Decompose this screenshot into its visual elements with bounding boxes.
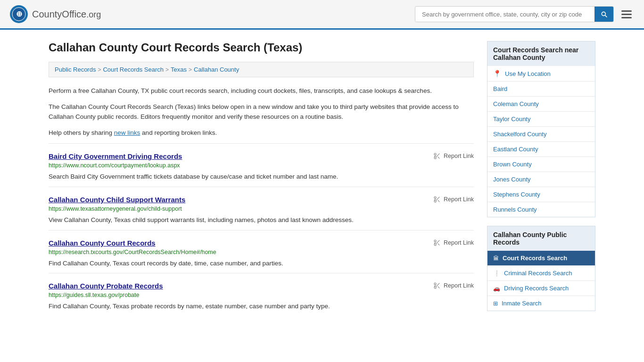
sidebar-public-records-title: Callahan County Public Records	[487, 226, 595, 251]
sidebar-inmate-search-item[interactable]: ⊞ Inmate Search	[487, 296, 595, 311]
sidebar-nearby-list: 📍 Use My Location Baird Coleman County T…	[487, 66, 595, 217]
result-item: Baird City Government Driving Records Re…	[49, 143, 474, 187]
breadcrumb-link-texas[interactable]: Texas	[171, 66, 187, 73]
sidebar-nearby-title: Court Records Search near Callahan Count…	[487, 41, 595, 66]
report-link-button[interactable]: Report Link	[433, 282, 474, 289]
new-links-link[interactable]: new links	[114, 129, 140, 136]
report-link-label: Report Link	[444, 196, 474, 203]
result-url: https://research.txcourts.gov/CourtRecor…	[49, 249, 474, 255]
content-area: Callahan County Court Records Search (Te…	[49, 41, 474, 316]
sidebar-link-stephens[interactable]: Stephens County	[493, 191, 540, 198]
svg-line-6	[438, 157, 440, 159]
result-item: Callahan County Probate Records Report L…	[49, 273, 474, 316]
svg-point-8	[434, 197, 436, 198]
description-p2: The Callahan County Court Records Search…	[49, 102, 474, 122]
results-list: Baird City Government Driving Records Re…	[49, 143, 474, 316]
sidebar-item-coleman[interactable]: Coleman County	[487, 97, 595, 112]
result-title[interactable]: Callahan County Court Records	[49, 239, 156, 247]
menu-line	[621, 17, 632, 18]
menu-button[interactable]	[619, 8, 635, 21]
result-title[interactable]: Callahan County Probate Records	[49, 282, 163, 290]
sidebar-link-baird[interactable]: Baird	[493, 85, 507, 92]
logo-name: CountyOffice.org	[32, 9, 101, 20]
header: ⊕ CountyOffice.org	[0, 0, 644, 30]
sidebar-item-baird[interactable]: Baird	[487, 82, 595, 97]
search-input[interactable]	[415, 7, 594, 22]
search-icon	[600, 10, 608, 18]
use-location-link[interactable]: Use My Location	[505, 70, 551, 77]
sidebar-criminal-records-item[interactable]: ❕ Criminal Records Search	[487, 266, 595, 281]
description-p1: Perform a free Callahan County, TX publi…	[49, 86, 474, 96]
sidebar-link-eastland[interactable]: Eastland County	[493, 146, 538, 153]
result-url: https://www.ncourt.com/courtpayment/look…	[49, 162, 474, 169]
sidebar-link-shackelford[interactable]: Shackelford County	[493, 131, 546, 138]
sidebar-link-coleman[interactable]: Coleman County	[493, 100, 539, 107]
building-icon: 🏛	[493, 255, 499, 262]
court-records-link[interactable]: Court Records Search	[503, 255, 567, 262]
sidebar-item-jones[interactable]: Jones County	[487, 172, 595, 187]
exclamation-icon: ❕	[493, 270, 500, 277]
scissors-icon	[433, 152, 441, 160]
svg-text:⊕: ⊕	[16, 10, 22, 18]
breadcrumb-link-callahan[interactable]: Callahan County	[194, 66, 239, 73]
sidebar-item-stephens[interactable]: Stephens County	[487, 187, 595, 202]
logo-area: ⊕ CountyOffice.org	[9, 5, 101, 24]
sidebar-link-taylor[interactable]: Taylor County	[493, 115, 530, 123]
description-p3-post: and reporting broken links.	[140, 129, 217, 136]
page-title: Callahan County Court Records Search (Te…	[49, 41, 474, 54]
sidebar-driving-records-item[interactable]: 🚗 Driving Records Search	[487, 281, 595, 296]
logo-suffix: .org	[86, 10, 101, 19]
sidebar-use-location[interactable]: 📍 Use My Location	[487, 66, 595, 82]
result-item: Callahan County Court Records Report Lin…	[49, 230, 474, 273]
breadcrumb-link-court-records[interactable]: Court Records Search	[103, 66, 164, 73]
pin-icon: 📍	[493, 70, 501, 77]
svg-point-19	[434, 287, 436, 288]
result-header: Baird City Government Driving Records Re…	[49, 152, 474, 160]
sidebar-item-runnels[interactable]: Runnels County	[487, 202, 595, 217]
breadcrumb-link-public-records[interactable]: Public Records	[55, 66, 96, 73]
driving-records-link[interactable]: Driving Records Search	[504, 285, 569, 292]
sidebar-court-records-item[interactable]: 🏛 Court Records Search	[487, 251, 595, 266]
svg-line-16	[438, 243, 440, 245]
result-title[interactable]: Baird City Government Driving Records	[49, 152, 182, 160]
header-right	[415, 6, 635, 22]
report-link-button[interactable]: Report Link	[433, 239, 474, 247]
svg-point-3	[434, 153, 436, 155]
search-bar	[415, 6, 614, 22]
sidebar-link-runnels[interactable]: Runnels County	[493, 206, 537, 213]
breadcrumb-sep: >	[165, 66, 169, 73]
report-link-button[interactable]: Report Link	[433, 152, 474, 160]
svg-point-4	[434, 157, 436, 159]
description-p3: Help others by sharing new links and rep…	[49, 128, 474, 138]
report-link-button[interactable]: Report Link	[433, 196, 474, 203]
svg-line-21	[438, 287, 440, 288]
criminal-records-link[interactable]: Criminal Records Search	[504, 270, 572, 277]
svg-line-11	[438, 200, 440, 202]
result-url: https://guides.sll.texas.gov/probate	[49, 292, 474, 298]
breadcrumb: Public Records > Court Records Search > …	[49, 62, 474, 77]
result-item: Callahan County Child Support Warrants R…	[49, 187, 474, 230]
scissors-icon	[433, 282, 441, 289]
breadcrumb-sep: >	[98, 66, 101, 73]
svg-point-9	[434, 200, 436, 202]
scissors-icon	[433, 239, 441, 247]
svg-line-10	[436, 197, 439, 201]
description-p3-pre: Help others by sharing	[49, 129, 114, 136]
result-desc: Find Callahan County, Texas probate reco…	[49, 301, 474, 312]
inmate-search-link[interactable]: Inmate Search	[502, 300, 542, 307]
sidebar-item-eastland[interactable]: Eastland County	[487, 142, 595, 157]
sidebar-item-brown[interactable]: Brown County	[487, 157, 595, 172]
sidebar-item-shackelford[interactable]: Shackelford County	[487, 127, 595, 142]
sidebar-link-jones[interactable]: Jones County	[493, 176, 531, 183]
logo-icon: ⊕	[9, 5, 28, 24]
sidebar-link-brown[interactable]: Brown County	[493, 161, 532, 168]
description: Perform a free Callahan County, TX publi…	[49, 86, 474, 138]
sidebar-item-taylor[interactable]: Taylor County	[487, 112, 595, 127]
search-button[interactable]	[594, 7, 613, 22]
report-link-label: Report Link	[444, 239, 474, 246]
breadcrumb-sep: >	[189, 66, 192, 73]
result-desc: Find Callahan County, Texas court record…	[49, 258, 474, 269]
result-title[interactable]: Callahan County Child Support Warrants	[49, 196, 185, 204]
svg-line-5	[436, 154, 439, 157]
result-url: https://www.texasattorneygeneral.gov/chi…	[49, 206, 474, 212]
